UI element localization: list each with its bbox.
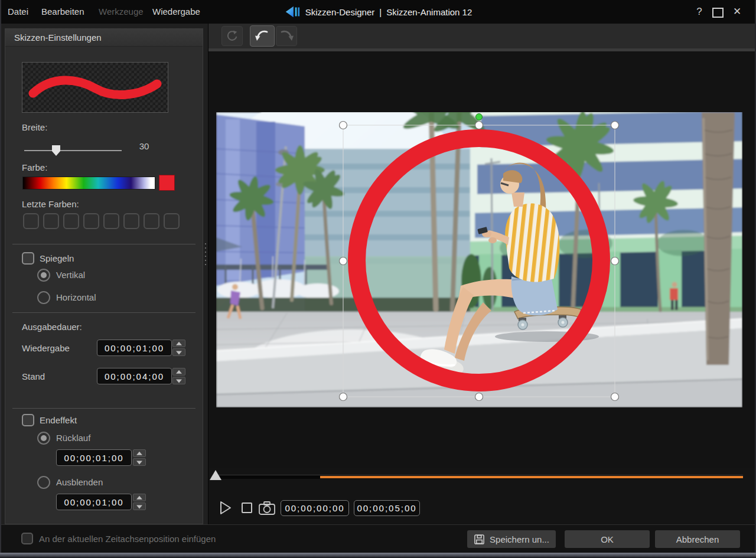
- menu-werkzeuge: Werkzeuge: [99, 6, 144, 17]
- window-edge: [0, 553, 756, 558]
- current-time-display[interactable]: 00;00;00;00: [281, 500, 349, 516]
- play-icon: [219, 500, 233, 515]
- timeline-scrubber[interactable]: [208, 468, 756, 489]
- spin-up-button[interactable]: [133, 494, 146, 501]
- spin-down-button[interactable]: [133, 458, 146, 466]
- color-gradient-picker[interactable]: [22, 177, 155, 190]
- divider: [12, 408, 195, 409]
- recent-color-swatch[interactable]: [103, 213, 119, 229]
- help-button[interactable]: ?: [692, 5, 706, 18]
- playback-timecode-input[interactable]: 00;00;01;00: [97, 340, 172, 356]
- menu-datei[interactable]: Datei: [8, 6, 28, 17]
- ok-label: OK: [601, 534, 614, 544]
- spin-up-button[interactable]: [172, 368, 185, 376]
- rewind-timecode-input[interactable]: 00;00;01;00: [56, 449, 132, 466]
- snapshot-button[interactable]: [258, 499, 276, 517]
- app-logo-icon: [284, 5, 301, 19]
- play-button[interactable]: [217, 499, 234, 517]
- main-area: 00;00;00;00 00;00;05;00: [208, 24, 756, 524]
- playback-spinner: [172, 340, 185, 356]
- recent-color-swatch[interactable]: [23, 213, 39, 229]
- color-label: Farbe:: [22, 162, 47, 172]
- stop-button[interactable]: [238, 499, 256, 517]
- redo-button[interactable]: [276, 26, 297, 46]
- spin-down-button[interactable]: [172, 377, 185, 384]
- fade-spinner: [133, 494, 146, 510]
- save-as-button[interactable]: Speichern un...: [467, 530, 556, 548]
- sidebar: Skizzen-Einstellungen Breite: 30 Farbe:: [0, 24, 208, 524]
- undo-icon: [255, 29, 270, 43]
- menu-wiedergabe[interactable]: Wiedergabe: [152, 6, 200, 17]
- mirror-checkbox[interactable]: [22, 252, 34, 265]
- reset-icon: [226, 30, 239, 43]
- close-button[interactable]: ✕: [730, 5, 744, 18]
- recent-color-swatch[interactable]: [123, 213, 139, 229]
- reset-button[interactable]: [221, 26, 243, 46]
- titlebar: Datei Bearbeiten Werkzeuge Wiedergabe Sk…: [0, 0, 756, 24]
- width-slider[interactable]: [24, 150, 122, 151]
- menu-bearbeiten[interactable]: Bearbeiten: [41, 6, 84, 17]
- footer-bar: An der aktuellen Zeitachsenposition einf…: [0, 524, 756, 553]
- recent-color-swatch[interactable]: [144, 213, 159, 229]
- sketch-settings-panel: Skizzen-Einstellungen Breite: 30 Farbe:: [5, 28, 203, 524]
- hold-label: Stand: [22, 371, 45, 381]
- maximize-button[interactable]: [712, 8, 724, 18]
- rotation-handle[interactable]: [476, 114, 483, 120]
- insert-at-timeline-label: An der aktuellen Zeitachsenposition einf…: [39, 534, 216, 544]
- scene-background: [216, 112, 742, 407]
- panel-header: Skizzen-Einstellungen: [5, 29, 203, 47]
- mirror-label: Spiegeln: [40, 253, 74, 263]
- mirror-vertical-radio[interactable]: [37, 269, 50, 282]
- end-effect-label: Endeffekt: [40, 415, 77, 425]
- cancel-button[interactable]: Abbrechen: [655, 530, 740, 548]
- recent-color-swatch[interactable]: [83, 213, 99, 229]
- insert-at-timeline-checkbox[interactable]: [21, 533, 33, 544]
- recent-colors-label: Letzte Farben:: [22, 199, 79, 209]
- spin-down-button[interactable]: [172, 348, 185, 356]
- spin-up-button[interactable]: [133, 449, 146, 457]
- divider: [12, 244, 195, 244]
- window-edge: [0, 0, 1, 558]
- recent-color-swatch[interactable]: [63, 213, 79, 229]
- video-scene: [216, 112, 742, 407]
- stroke-preview: [22, 62, 168, 113]
- total-time-display[interactable]: 00;00;05;00: [354, 500, 420, 516]
- recent-color-swatch[interactable]: [164, 213, 180, 229]
- title-separator: |: [379, 7, 382, 17]
- duration-label: Ausgabedauer:: [22, 322, 82, 332]
- stop-icon: [240, 500, 254, 515]
- playback-label: Wiedergabe: [22, 343, 70, 353]
- mirror-vertical-label: Vertikal: [56, 270, 85, 280]
- spin-up-button[interactable]: [172, 340, 185, 347]
- divider: [12, 312, 195, 313]
- preview-toolbar: [208, 24, 756, 51]
- scrubber-progress: [320, 476, 743, 478]
- hold-spinner: [172, 368, 185, 384]
- end-effect-checkbox[interactable]: [22, 414, 34, 426]
- hold-timecode-input[interactable]: 00;00;04;00: [97, 368, 172, 384]
- mirror-horizontal-radio[interactable]: [37, 291, 50, 304]
- spin-down-button[interactable]: [133, 502, 146, 510]
- width-slider-thumb[interactable]: [52, 145, 60, 156]
- current-color-swatch[interactable]: [159, 175, 175, 191]
- scrubber-track[interactable]: [216, 475, 743, 479]
- playhead-marker[interactable]: [210, 470, 221, 480]
- fade-radio[interactable]: [37, 476, 50, 489]
- snapshot-icon: [258, 500, 276, 515]
- panel-resize-grip[interactable]: [204, 243, 207, 265]
- cancel-label: Abbrechen: [676, 534, 719, 544]
- stroke-preview-curve-icon: [22, 63, 168, 112]
- video-frame[interactable]: [216, 112, 742, 407]
- skizzen-designer-window: Datei Bearbeiten Werkzeuge Wiedergabe Sk…: [0, 0, 756, 558]
- panel-body: Breite: 30 Farbe: Letzte Farben:: [5, 47, 203, 524]
- recent-color-swatch[interactable]: [43, 213, 59, 229]
- preview-canvas[interactable]: [208, 51, 756, 468]
- save-as-label: Speichern un...: [490, 534, 549, 544]
- width-label: Breite:: [22, 122, 47, 132]
- ok-button[interactable]: OK: [565, 530, 650, 548]
- undo-button[interactable]: [250, 25, 275, 47]
- rewind-radio[interactable]: [37, 432, 50, 445]
- rewind-label: Rücklauf: [56, 433, 90, 443]
- transport-controls: 00;00;00;00 00;00;05;00: [208, 489, 756, 524]
- fade-timecode-input[interactable]: 00;00;01;00: [56, 494, 132, 510]
